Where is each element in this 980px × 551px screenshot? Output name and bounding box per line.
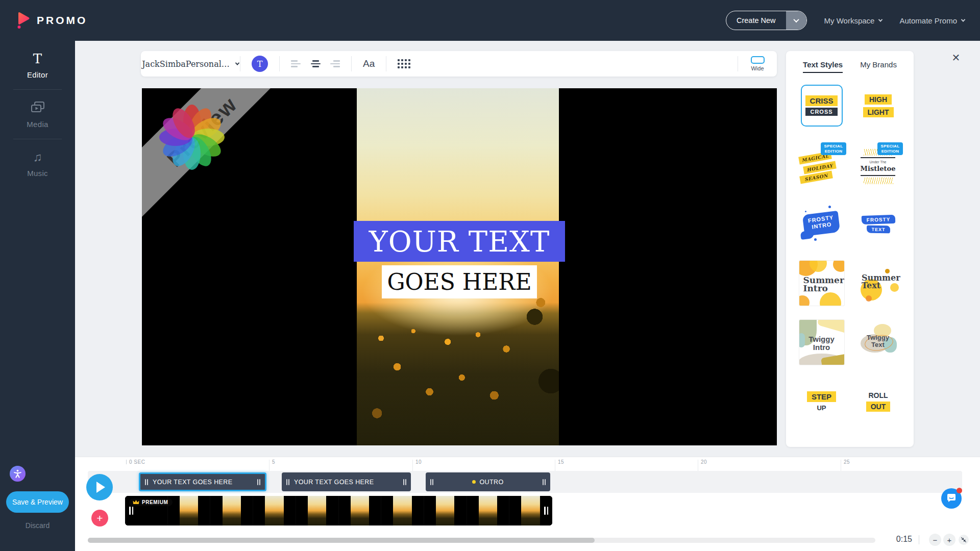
text-clip-2[interactable]: YOUR TEXT GOES HERE <box>282 472 411 491</box>
font-name-value: JackSimbaPersonal… <box>142 59 230 69</box>
trim-handle-left[interactable] <box>286 479 289 485</box>
my-workspace-menu[interactable]: My Workspace <box>824 16 883 25</box>
sidebar-item-music[interactable]: ♫ Music <box>0 139 75 188</box>
video-trim-handle-left[interactable] <box>129 507 133 515</box>
accessibility-widget-button[interactable] <box>10 466 26 482</box>
chat-bubble-icon <box>946 494 957 504</box>
filmstrip-frame <box>296 496 339 525</box>
align-left-button[interactable] <box>291 60 301 67</box>
style-twiggy-intro[interactable]: TwiggyIntro <box>797 318 846 367</box>
text-clip-1[interactable]: YOUR TEXT GOES HERE <box>139 472 266 491</box>
sidebar-item-media[interactable]: Media <box>0 90 75 139</box>
ruler-tick <box>126 460 127 464</box>
style-summer-intro[interactable]: SummerIntro <box>797 259 846 308</box>
filmstrip-frame <box>381 496 424 525</box>
discard-button[interactable]: Discard <box>0 521 75 530</box>
style-summer-text[interactable]: SummerText <box>853 259 903 308</box>
align-center-button[interactable] <box>310 60 321 67</box>
wide-ratio-icon <box>751 56 765 64</box>
ruler-label: 25 <box>844 459 850 465</box>
divider-line <box>861 157 895 158</box>
outro-clip[interactable]: OUTRO <box>426 472 550 491</box>
timeline-scrollbar[interactable] <box>88 538 875 543</box>
style-criss-cross[interactable]: CRISS CROSS <box>797 81 846 130</box>
accessibility-person-icon <box>13 469 22 479</box>
scrollbar-thumb[interactable] <box>88 538 595 543</box>
filmstrip-frame <box>467 496 510 525</box>
text-animation-grid-icon[interactable] <box>398 59 410 68</box>
trim-handle-right[interactable] <box>543 479 546 485</box>
style-text: STEP <box>807 391 836 402</box>
style-text: Twiggy <box>808 335 835 343</box>
style-under-the-mistletoe[interactable]: SPECIAL EDITION Under The Mistletoe <box>853 140 903 189</box>
automate-promo-label: Automate Promo <box>899 16 957 25</box>
premium-label: PREMIUM <box>142 499 168 505</box>
font-family-select[interactable]: JackSimbaPersonal… <box>141 59 240 69</box>
sidebar-item-label: Editor <box>27 70 48 79</box>
chevron-down-icon <box>878 17 883 21</box>
headline-text-box-1[interactable]: YOUR TEXT <box>354 221 565 262</box>
style-twiggy-text[interactable]: TwiggyText <box>853 318 903 367</box>
filmstrip-frame <box>253 496 296 525</box>
premium-badge: PREMIUM <box>129 498 173 506</box>
special-edition-badge: SPECIAL EDITION <box>877 142 903 155</box>
play-button[interactable] <box>86 474 113 500</box>
promo-play-icon <box>15 12 31 29</box>
automate-promo-menu[interactable]: Automate Promo <box>899 16 965 25</box>
style-frosty-intro[interactable]: FROSTYINTRO <box>797 199 846 248</box>
create-new-label: Create New <box>726 16 786 24</box>
summer-circle <box>833 261 844 272</box>
outro-label: OUTRO <box>479 479 503 486</box>
my-workspace-label: My Workspace <box>824 16 875 25</box>
promo-logo[interactable]: PROMO <box>15 12 87 29</box>
summer-circle <box>799 295 810 306</box>
save-and-preview-button[interactable]: Save & Preview <box>6 491 69 513</box>
zoom-out-button[interactable]: − <box>929 534 941 546</box>
style-magical-holiday-season[interactable]: SPECIAL EDITION MAGICAL HOLIDAY SEASON <box>797 140 846 189</box>
style-text: LIGHT <box>863 107 894 117</box>
trim-handle-left[interactable] <box>430 479 433 485</box>
zoom-in-button[interactable]: + <box>943 534 955 546</box>
trim-handle-right[interactable] <box>403 479 406 485</box>
video-canvas[interactable]: Preview YOUR TEXT GOES HERE <box>142 88 777 445</box>
aspect-ratio-wide-toggle[interactable]: Wide <box>738 56 777 71</box>
style-text: OUT <box>866 402 891 412</box>
tab-text-styles[interactable]: Text Styles <box>803 60 843 73</box>
video-clip-filmstrip[interactable]: PREMIUM <box>125 496 552 525</box>
total-duration: 0:15 <box>864 535 912 544</box>
tab-my-brands[interactable]: My Brands <box>860 60 897 73</box>
headline-text-box-2[interactable]: GOES HERE <box>382 265 537 298</box>
style-roll-out[interactable]: ROLL OUT <box>853 377 903 426</box>
selected-style-card: CRISS CROSS <box>801 85 843 127</box>
text-color-style-button[interactable]: T <box>252 56 268 72</box>
trim-handle-left[interactable] <box>145 479 148 485</box>
style-step-up[interactable]: STEP UP <box>797 377 846 426</box>
divider <box>919 535 919 544</box>
toolbar-divider <box>279 56 280 71</box>
create-new-button[interactable]: Create New <box>726 11 807 30</box>
trim-handle-right[interactable] <box>257 479 260 485</box>
text-style-grid: CRISS CROSS HIGH LIGHT SPECIAL EDITION M… <box>786 73 914 426</box>
style-text: Text <box>862 281 880 290</box>
style-text: Mistletoe <box>853 165 902 172</box>
collapse-timeline-button[interactable] <box>959 535 969 545</box>
style-high-light[interactable]: HIGH LIGHT <box>853 81 903 130</box>
video-trim-handle-right[interactable] <box>544 507 548 515</box>
sidebar-item-editor[interactable]: T Editor <box>0 41 75 89</box>
headline-line1: YOUR TEXT <box>369 225 550 258</box>
splash-dot <box>828 206 831 208</box>
pastel-shape <box>817 320 844 335</box>
clip-label: YOUR TEXT GOES HERE <box>153 479 253 486</box>
font-size-button[interactable]: Aa <box>363 58 375 69</box>
style-frosty-text[interactable]: FROSTY TEXT <box>853 199 903 248</box>
chevron-down-icon <box>961 17 965 21</box>
add-scene-button[interactable]: + <box>91 510 108 527</box>
create-new-dropdown[interactable] <box>786 11 806 30</box>
filmstrip-frame <box>339 496 382 525</box>
filmstrip-frame <box>210 496 253 525</box>
toolbar-divider <box>351 56 352 71</box>
chat-widget-button[interactable] <box>941 488 962 509</box>
special-edition-badge: SPECIAL EDITION <box>821 142 846 155</box>
close-editor-button[interactable]: ✕ <box>948 50 964 65</box>
align-right-button[interactable] <box>330 60 340 67</box>
